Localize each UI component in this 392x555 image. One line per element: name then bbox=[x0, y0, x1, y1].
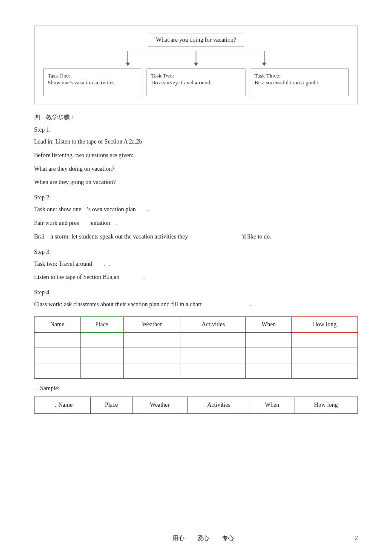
step-3-label: Step 3: bbox=[34, 249, 358, 256]
table-2-header-row: ．Name Place Weather Activities When How … bbox=[35, 397, 358, 413]
step-1-label: Step 1: bbox=[34, 127, 358, 133]
step-3-line-0: Task two: Travel around . ． bbox=[34, 259, 358, 269]
table-1-r2-weather bbox=[123, 348, 181, 363]
table-1-header-activities: Activities bbox=[181, 316, 245, 332]
section-title: 四．教学步骤： bbox=[34, 114, 358, 121]
step-1-line-3: When are they going on vacation? bbox=[34, 177, 358, 187]
footer-page-number: 2 bbox=[355, 535, 358, 542]
task-two-label: Task Two: bbox=[151, 72, 174, 79]
task-three-box: Task Three: Be a successful tourist guid… bbox=[250, 69, 349, 96]
step-2-line-1: Pair work and pres entation . bbox=[34, 218, 358, 228]
table-1-r1-name bbox=[35, 332, 81, 348]
table-2-header-place: Place bbox=[91, 397, 132, 413]
table-2-header-name: ．Name bbox=[35, 397, 91, 413]
footer-item-2: 爱心 bbox=[197, 535, 209, 542]
table-1-r2-name bbox=[35, 348, 81, 363]
footer-item-1: 用心 bbox=[173, 535, 184, 542]
svg-marker-1 bbox=[194, 63, 198, 66]
svg-marker-7 bbox=[262, 63, 266, 66]
step-2-line-0: Task one: show one 's own vacation plan … bbox=[34, 204, 358, 215]
table-1-r3-weather bbox=[123, 363, 181, 378]
step-1: Step 1: Lead in: Listen to the tape of S… bbox=[34, 127, 358, 187]
step-2: Step 2: Task one: show one 's own vacati… bbox=[34, 194, 358, 242]
table-1-r1-when bbox=[246, 332, 292, 348]
table-1-header-place: Place bbox=[80, 316, 123, 332]
task-one-body: Show one's vacation activities bbox=[48, 79, 115, 86]
table-1-r3-place bbox=[80, 363, 123, 378]
page-footer: 用心 爱心 专心 2 bbox=[0, 535, 392, 542]
step-4: Step 4: Class work: ask classmates about… bbox=[34, 289, 358, 310]
page: What are you doing for vacation? Task On… bbox=[0, 0, 392, 555]
table-1-header-row: Name Place Weather Activities When How l… bbox=[35, 316, 358, 332]
table-1-header-howlong: How long bbox=[291, 316, 357, 332]
footer-center: 用心 爱心 专心 bbox=[173, 535, 234, 542]
table-1-r3-name bbox=[35, 363, 81, 378]
step-3: Step 3: Task two: Travel around . ． List… bbox=[34, 249, 358, 283]
table-1-header-when: When bbox=[246, 316, 292, 332]
table-2-header-activities: Activities bbox=[187, 397, 250, 413]
table-1-r1-place bbox=[80, 332, 123, 348]
steps-container: Step 1: Lead in: Listen to the tape of S… bbox=[34, 127, 358, 310]
step-3-line-1: Listen to the tape of Section B2a,ab . bbox=[34, 272, 358, 282]
task-two-body: Do a survey: travel around. bbox=[151, 79, 212, 86]
svg-marker-4 bbox=[126, 63, 130, 66]
table-1-row-1 bbox=[35, 332, 358, 348]
task-one-label: Task One: bbox=[48, 72, 70, 79]
table-1-row-3 bbox=[35, 363, 358, 378]
table-1-r3-when bbox=[246, 363, 292, 378]
task-two-box: Task Two: Do a survey: travel around. bbox=[147, 69, 246, 96]
table-1-r1-howlong bbox=[291, 332, 357, 348]
table-1-row-2 bbox=[35, 348, 358, 363]
diagram-container: What are you doing for vacation? Task On… bbox=[34, 26, 358, 104]
task-one-box: Task One: Show one's vacation activities bbox=[43, 69, 142, 96]
step-2-label: Step 2: bbox=[34, 194, 358, 201]
step-2-line-2: Brai n storm: let students speak out the… bbox=[34, 232, 358, 242]
diagram-boxes: Task One: Show one's vacation activities… bbox=[43, 69, 349, 96]
table-2-header-howlong: How long bbox=[294, 397, 357, 413]
table-1-header-name: Name bbox=[35, 316, 81, 332]
diagram-top-box: What are you doing for vacation? bbox=[148, 34, 244, 46]
table-1: Name Place Weather Activities When How l… bbox=[34, 316, 358, 379]
sample-label: ．Sample: bbox=[34, 385, 358, 392]
table-1-r3-activities bbox=[181, 363, 245, 378]
table-2-header-when: When bbox=[250, 397, 294, 413]
step-1-line-2: What are they doing on vacation? bbox=[34, 164, 358, 174]
footer-item-3: 专心 bbox=[222, 535, 234, 542]
step-4-label: Step 4: bbox=[34, 289, 358, 296]
arrows-svg bbox=[85, 51, 307, 67]
table-1-r2-howlong bbox=[291, 348, 357, 363]
step-4-line-0: Class work: ask classmates about their v… bbox=[34, 299, 358, 310]
table-1-r2-place bbox=[80, 348, 123, 363]
table-2-header-weather: Weather bbox=[132, 397, 187, 413]
task-three-body: Be a successful tourist guide. bbox=[254, 79, 319, 86]
table-2: ．Name Place Weather Activities When How … bbox=[34, 397, 358, 414]
table-1-header-weather: Weather bbox=[123, 316, 181, 332]
table-1-r2-when bbox=[246, 348, 292, 363]
step-1-line-0: Lead in: Listen to the tape of Section A… bbox=[34, 137, 358, 147]
task-three-label: Task Three: bbox=[254, 72, 280, 79]
step-1-line-1: Before listening, two questions are give… bbox=[34, 150, 358, 161]
table-1-r3-howlong bbox=[291, 363, 357, 378]
table-1-r1-activities bbox=[181, 332, 245, 348]
diagram-top: What are you doing for vacation? bbox=[43, 34, 349, 46]
table-1-r1-weather bbox=[123, 332, 181, 348]
table-1-r2-activities bbox=[181, 348, 245, 363]
